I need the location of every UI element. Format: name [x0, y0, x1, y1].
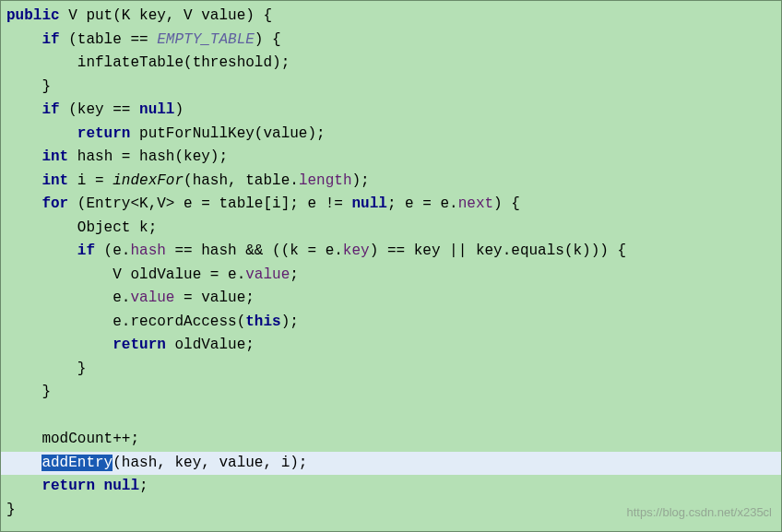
keyword: if [77, 242, 95, 259]
watermark: https://blog.csdn.net/x235cl [626, 501, 772, 525]
code-text: modCount++; [6, 431, 139, 447]
code-text: putForNullKey(value); [130, 125, 325, 142]
code-line: if (key == null) [6, 99, 776, 123]
code-text: } [6, 384, 51, 400]
code-text: } [6, 78, 51, 95]
code-line: return putForNullKey(value); [6, 123, 776, 147]
keyword: int [41, 148, 68, 165]
code-text: ) { [255, 31, 281, 48]
keyword: for [41, 195, 68, 212]
code-line: int i = indexFor(hash, table.length); [6, 170, 776, 194]
code-line: return oldValue; [6, 334, 776, 358]
code-text [6, 125, 77, 142]
code-text: ; [290, 266, 299, 283]
keyword: public [6, 7, 60, 24]
keyword: if [41, 101, 59, 118]
code-line: Object k; [6, 217, 776, 241]
code-text: } [6, 361, 86, 377]
code-line: return null; [6, 475, 776, 499]
field: value [130, 290, 174, 306]
code-line: int hash = hash(key); [6, 146, 776, 170]
code-text: V oldValue = e. [6, 266, 245, 283]
code-text: ) { [493, 195, 520, 212]
code-text: i = [68, 172, 113, 189]
code-line: } [6, 381, 776, 405]
code-text: (key == [60, 101, 139, 118]
field: key [343, 242, 370, 259]
code-text: ; e = e. [387, 195, 458, 212]
code-text: ) [174, 101, 184, 118]
code-text: (e. [95, 242, 130, 259]
keyword: null [139, 101, 174, 118]
method: indexFor [113, 172, 184, 189]
code-text: inflateTable(threshold); [6, 54, 290, 71]
code-text: e.recordAccess( [6, 313, 245, 330]
field: next [458, 195, 493, 212]
code-line: inflateTable(threshold); [6, 52, 776, 76]
code-text: == hash && ((k = e. [166, 242, 343, 259]
code-text: ) == key || key.equals(k))) { [370, 242, 626, 259]
code-line: if (e.hash == hash && ((k = e.key) == ke… [6, 240, 776, 264]
code-line: public V put(K key, V value) { [6, 5, 776, 29]
code-text [6, 337, 113, 353]
code-text [6, 172, 41, 189]
keyword: int [41, 172, 68, 189]
code-text [6, 242, 77, 259]
keyword: null [351, 195, 386, 212]
code-line [6, 405, 776, 429]
keyword: if [41, 31, 59, 48]
code-text: Object k; [6, 219, 157, 236]
code-block: public V put(K key, V value) { if (table… [1, 1, 781, 526]
code-text: ); [351, 172, 369, 189]
code-text: (table == [60, 31, 158, 48]
keyword: return [77, 125, 131, 142]
code-text [6, 478, 41, 494]
code-line: for (Entry<K,V> e = table[i]; e != null;… [6, 193, 776, 217]
keyword: return [113, 337, 166, 353]
keyword: this [245, 313, 280, 330]
code-text: oldValue; [166, 337, 255, 353]
code-text [6, 101, 41, 118]
code-line: modCount++; [6, 428, 776, 452]
code-text [6, 148, 41, 165]
field: length [299, 172, 352, 189]
code-text [6, 408, 16, 424]
code-text: e. [6, 290, 130, 306]
code-line: e.value = value; [6, 287, 776, 311]
code-text: (hash, key, value, i); [113, 455, 307, 471]
code-line: } [6, 358, 776, 382]
highlighted-line: addEntry(hash, key, value, i); [1, 452, 781, 476]
selected-text: addEntry [41, 455, 113, 471]
code-text [6, 31, 41, 48]
code-line: V oldValue = e.value; [6, 264, 776, 288]
code-text [6, 455, 41, 471]
keyword: return null [41, 478, 139, 494]
code-text: ; [139, 478, 148, 494]
code-line: if (table == EMPTY_TABLE) { [6, 29, 776, 53]
code-text [6, 195, 41, 212]
constant: EMPTY_TABLE [157, 31, 255, 48]
code-line: } [6, 76, 776, 100]
field: value [245, 266, 290, 283]
code-line: e.recordAccess(this); [6, 311, 776, 335]
code-text: = value; [174, 290, 254, 306]
field: hash [130, 242, 165, 259]
code-text: } [6, 502, 16, 518]
code-text: V put(K key, V value) { [60, 7, 272, 24]
code-text: (Entry<K,V> e = table[i]; e != [68, 195, 351, 212]
code-text: hash = hash(key); [68, 148, 228, 165]
code-text: (hash, table. [184, 172, 299, 189]
code-text: ); [281, 313, 299, 330]
